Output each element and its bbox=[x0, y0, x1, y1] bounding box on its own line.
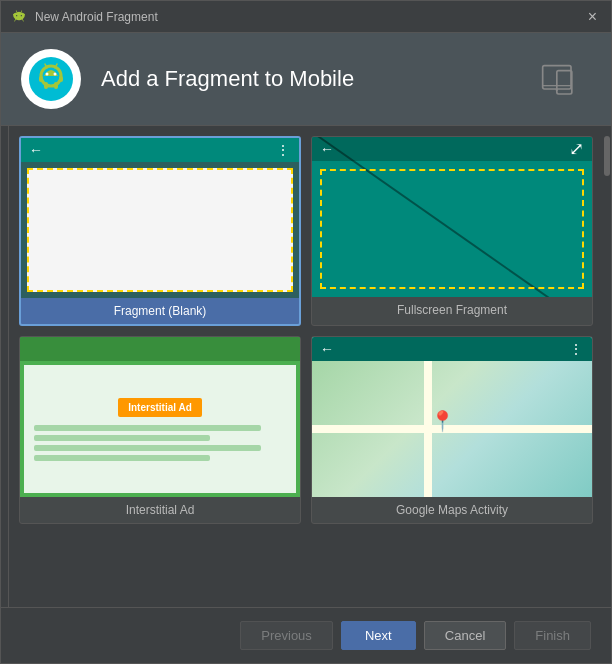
svg-point-13 bbox=[556, 89, 559, 91]
header-logo bbox=[21, 49, 81, 109]
ad-content-lines bbox=[34, 425, 286, 461]
fragment-blank-preview: ← ⋮ bbox=[21, 138, 299, 298]
tablet-phone-icon bbox=[541, 59, 591, 99]
svg-rect-6 bbox=[44, 82, 48, 89]
fullscreen-fragment-item[interactable]: ← ⤢ Fullscreen Fragment bbox=[311, 136, 593, 326]
title-bar-left: New Android Fragment bbox=[11, 9, 158, 25]
fragment-blank-label: Fragment (Blank) bbox=[21, 298, 299, 324]
fullscreen-dashed-border bbox=[320, 169, 584, 289]
map-preview-container: ← ⋮ 📍 bbox=[312, 337, 592, 497]
ad-line-2 bbox=[34, 435, 210, 441]
svg-rect-8 bbox=[39, 76, 43, 82]
fragment-blank-item[interactable]: ← ⋮ Fragment (Blank) bbox=[19, 136, 301, 326]
svg-rect-9 bbox=[59, 76, 63, 82]
back-arrow-icon: ← bbox=[29, 142, 43, 158]
close-button[interactable]: × bbox=[584, 9, 601, 25]
previous-button[interactable]: Previous bbox=[240, 621, 333, 650]
google-maps-item[interactable]: ← ⋮ 📍 Google M bbox=[311, 336, 593, 524]
ad-line-3 bbox=[34, 445, 261, 451]
map-preview-area: ← ⋮ 📍 bbox=[312, 337, 592, 497]
content-area: ← ⋮ Fragment (Blank) ← bbox=[1, 126, 611, 607]
google-maps-label: Google Maps Activity bbox=[312, 497, 592, 523]
header-title: Add a Fragment to Mobile bbox=[101, 66, 354, 92]
scrollbar[interactable] bbox=[603, 126, 611, 607]
map-menu-dots-icon: ⋮ bbox=[569, 341, 584, 357]
fullscreen-preview-container: ← ⤢ bbox=[312, 137, 592, 297]
fragment-grid: ← ⋮ Fragment (Blank) ← bbox=[19, 136, 593, 524]
map-marker-icon: 📍 bbox=[430, 409, 455, 433]
svg-rect-11 bbox=[557, 71, 572, 94]
blank-preview-container: ← ⋮ bbox=[21, 138, 299, 298]
interstitial-ad-item[interactable]: Interstitial Ad Interstitial Ad bbox=[19, 336, 301, 524]
fullscreen-fragment-label: Fullscreen Fragment bbox=[312, 297, 592, 323]
device-icons bbox=[541, 59, 591, 99]
map-body: 📍 bbox=[312, 361, 592, 497]
svg-point-0 bbox=[29, 57, 73, 101]
map-topbar: ← ⋮ bbox=[312, 337, 592, 361]
cancel-button[interactable]: Cancel bbox=[424, 621, 506, 650]
interstitial-ad-label: Interstitial Ad bbox=[118, 398, 202, 417]
ad-line-1 bbox=[34, 425, 261, 431]
blank-body bbox=[27, 168, 293, 292]
interstitial-topbar bbox=[20, 337, 300, 361]
interstitial-preview-area: Interstitial Ad bbox=[20, 337, 300, 497]
fullscreen-preview-area: ← ⤢ bbox=[312, 137, 592, 297]
footer: Previous Next Cancel Finish bbox=[1, 607, 611, 663]
blank-topbar: ← ⋮ bbox=[21, 138, 299, 162]
android-studio-logo bbox=[26, 54, 76, 104]
map-background: 📍 bbox=[312, 361, 592, 497]
fullscreen-topbar: ← ⤢ bbox=[312, 137, 592, 161]
fullscreen-body bbox=[312, 161, 592, 297]
interstitial-ad-label-text: Interstitial Ad bbox=[20, 497, 300, 523]
scrollbar-thumb[interactable] bbox=[604, 136, 610, 176]
ad-line-4 bbox=[34, 455, 210, 461]
menu-dots-icon: ⋮ bbox=[276, 142, 291, 158]
expand-icon: ⤢ bbox=[569, 138, 584, 160]
title-bar: New Android Fragment × bbox=[1, 1, 611, 33]
android-icon bbox=[11, 9, 27, 25]
interstitial-body: Interstitial Ad bbox=[24, 365, 296, 493]
left-panel bbox=[1, 126, 9, 607]
svg-point-2 bbox=[46, 73, 49, 76]
dialog: New Android Fragment × Add a Fragment to… bbox=[0, 0, 612, 664]
header: Add a Fragment to Mobile bbox=[1, 33, 611, 126]
dialog-title: New Android Fragment bbox=[35, 10, 158, 24]
finish-button[interactable]: Finish bbox=[514, 621, 591, 650]
interstitial-preview-container: Interstitial Ad bbox=[20, 337, 300, 497]
svg-rect-7 bbox=[54, 82, 58, 89]
back-arrow-map-icon: ← bbox=[320, 341, 334, 357]
next-button[interactable]: Next bbox=[341, 621, 416, 650]
fragment-grid-area: ← ⋮ Fragment (Blank) ← bbox=[9, 126, 603, 607]
svg-point-3 bbox=[54, 73, 57, 76]
